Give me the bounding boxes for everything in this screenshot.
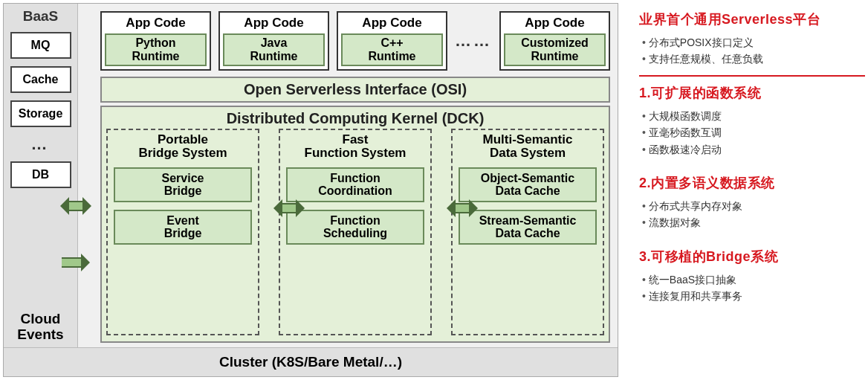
side-bullets: 统一BaaS接口抽象 连接复用和共享事务 xyxy=(639,271,865,305)
runtime-inner-java: Java Runtime xyxy=(223,33,325,65)
baas-item-storage: Storage xyxy=(10,100,71,127)
app-code-label: App Code xyxy=(504,16,606,30)
baas-title: BaaS xyxy=(23,8,59,25)
side-block-3: 3.可移植的Bridge系统 统一BaaS接口抽象 连接复用和共享事务 xyxy=(639,248,865,305)
service-bridge: Service Bridge xyxy=(114,167,252,202)
bullet: 连接复用和共享事务 xyxy=(642,288,865,304)
side-block-0: 业界首个通用Serverless平台 分布式POSIX接口定义 支持任意规模、任… xyxy=(639,10,865,68)
function-scheduling: Function Scheduling xyxy=(286,210,424,245)
app-code-label: App Code xyxy=(341,16,443,30)
portable-bridge-system: Portable Bridge System Service Bridge Ev… xyxy=(106,129,259,335)
osi-bar: Open Serverless Interface (OSI) xyxy=(100,77,610,103)
diagram-upper: BaaS MQ Cache Storage … DB Cloud Events … xyxy=(4,4,618,347)
system-title-portable: Portable Bridge System xyxy=(138,133,227,160)
bullet: 分布式共享内存对象 xyxy=(642,198,865,214)
side-block-1: 1.可扩展的函数系统 大规模函数调度 亚毫秒函数互调 函数极速冷启动 xyxy=(639,84,865,158)
red-divider xyxy=(639,75,865,77)
bullet: 支持任意规模、任意负载 xyxy=(642,51,865,67)
app-code-label: App Code xyxy=(223,16,325,30)
runtime-java: App Code Java Runtime xyxy=(218,11,329,70)
side-bullets: 分布式共享内存对象 流数据对象 xyxy=(639,198,865,231)
function-coordination: Function Coordination xyxy=(286,167,424,202)
side-title: 1.可扩展的函数系统 xyxy=(639,84,865,102)
system-title-multi: Multi-Semantic Data System xyxy=(483,133,573,160)
runtime-inner-python: Python Runtime xyxy=(105,33,207,65)
baas-column: BaaS MQ Cache Storage … DB Cloud Events xyxy=(4,4,78,347)
cloud-events-l1: Cloud xyxy=(21,311,61,326)
runtime-dots: …… xyxy=(455,31,492,51)
side-bullets: 大规模函数调度 亚毫秒函数互调 函数极速冷启动 xyxy=(639,108,865,158)
event-bridge: Event Bridge xyxy=(114,210,252,245)
system-title-fast: Fast Function System xyxy=(305,133,407,160)
dck-wrap: Distributed Computing Kernel (DCK) Porta… xyxy=(100,106,610,343)
dck-title: Distributed Computing Kernel (DCK) xyxy=(106,110,604,127)
bullet: 统一BaaS接口抽象 xyxy=(642,271,865,288)
dck-systems: Portable Bridge System Service Bridge Ev… xyxy=(106,129,604,335)
runtime-inner-custom: Customized Runtime xyxy=(504,33,606,65)
cloud-events-l2: Events xyxy=(17,326,63,342)
runtime-cpp: App Code C++ Runtime xyxy=(337,11,447,70)
runtime-inner-cpp: C++ Runtime xyxy=(341,33,443,65)
main-column: App Code Python Runtime App Code Java Ru… xyxy=(78,4,618,347)
baas-item-db: DB xyxy=(10,161,71,188)
bullet: 亚毫秒函数互调 xyxy=(642,124,865,141)
cloud-events-label: Cloud Events xyxy=(17,312,63,343)
baas-item-mq: MQ xyxy=(10,32,71,59)
runtime-python: App Code Python Runtime xyxy=(100,11,211,70)
arrow-icon xyxy=(273,199,305,217)
arrow-icon xyxy=(65,254,90,271)
architecture-diagram: BaaS MQ Cache Storage … DB Cloud Events … xyxy=(3,3,618,377)
arrow-icon xyxy=(60,197,91,215)
fast-function-system: Fast Function System Function Coordinati… xyxy=(279,129,432,335)
side-title: 2.内置多语义数据系统 xyxy=(639,174,865,192)
stream-semantic-cache: Stream-Semantic Data Cache xyxy=(459,210,597,245)
bullet: 大规模函数调度 xyxy=(642,108,865,124)
multi-semantic-data-system: Multi-Semantic Data System Object-Semant… xyxy=(451,129,604,335)
side-block-2: 2.内置多语义数据系统 分布式共享内存对象 流数据对象 xyxy=(639,174,865,231)
arrow-icon xyxy=(447,199,478,217)
baas-item-cache: Cache xyxy=(10,66,71,93)
cluster-bar: Cluster (K8S/Bare Metal/…) xyxy=(4,347,618,376)
object-semantic-cache: Object-Semantic Data Cache xyxy=(459,167,597,202)
runtime-custom: App Code Customized Runtime xyxy=(499,11,610,70)
side-title: 业界首个通用Serverless平台 xyxy=(639,10,865,28)
bullet: 流数据对象 xyxy=(642,214,865,231)
bullet: 函数极速冷启动 xyxy=(642,141,865,158)
side-bullets: 分布式POSIX接口定义 支持任意规模、任意负载 xyxy=(639,34,865,68)
app-code-label: App Code xyxy=(105,16,207,30)
bullet: 分布式POSIX接口定义 xyxy=(642,34,865,51)
runtimes-row: App Code Python Runtime App Code Java Ru… xyxy=(100,8,610,74)
sidebar: 业界首个通用Serverless平台 分布式POSIX接口定义 支持任意规模、任… xyxy=(618,3,865,377)
side-title: 3.可移植的Bridge系统 xyxy=(639,248,865,265)
baas-dots: … xyxy=(31,135,51,154)
